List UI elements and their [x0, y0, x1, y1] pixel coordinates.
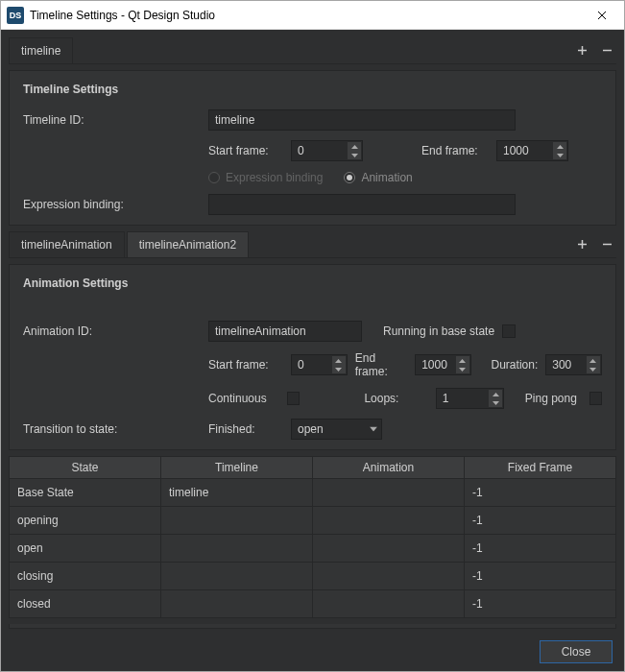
- running-base-state-label: Running in base state: [383, 324, 494, 338]
- animation-settings-section: Animation Settings Animation ID: Running…: [9, 264, 616, 450]
- spin-up-button[interactable]: [489, 390, 502, 398]
- spin-down-button[interactable]: [332, 365, 346, 373]
- table-cell-timeline[interactable]: [161, 563, 313, 589]
- timeline-remove-button[interactable]: [597, 41, 616, 60]
- expression-binding-radio-label: Expression binding: [226, 171, 323, 184]
- table-row[interactable]: open-1: [10, 534, 615, 562]
- close-button[interactable]: Close: [540, 640, 613, 663]
- animation-settings-heading: Animation Settings: [23, 276, 602, 290]
- duration-label: Duration:: [492, 358, 539, 372]
- spin-up-button[interactable]: [456, 356, 469, 365]
- table-row[interactable]: opening-1: [10, 506, 615, 534]
- binding-radio-group: Expression binding Animation: [208, 171, 428, 184]
- close-button-label: Close: [562, 645, 591, 659]
- table-footer-strip: [9, 624, 616, 629]
- table-cell-timeline[interactable]: [161, 535, 313, 562]
- dialog-window: DS Timeline Settings - Qt Design Studio …: [0, 0, 625, 672]
- chevron-down-icon: [370, 427, 377, 432]
- transition-to-state-label: Transition to state:: [23, 422, 201, 436]
- finished-label: Finished:: [208, 422, 283, 436]
- spin-down-button[interactable]: [456, 365, 469, 373]
- animation-tab-1[interactable]: timelineAnimation: [9, 231, 125, 257]
- timeline-tabbar: timeline: [9, 37, 616, 64]
- expression-binding-input[interactable]: [208, 194, 516, 215]
- table-cell-animation[interactable]: [313, 563, 465, 589]
- spin-down-button[interactable]: [553, 151, 566, 159]
- pingpong-label: Ping pong: [525, 392, 582, 405]
- table-cell-frame[interactable]: -1: [465, 590, 615, 617]
- table-cell-state[interactable]: Base State: [10, 479, 161, 506]
- loops-input[interactable]: [436, 388, 504, 409]
- anim-start-frame-input[interactable]: [291, 354, 348, 375]
- minus-icon: [602, 45, 613, 56]
- table-cell-state[interactable]: open: [10, 535, 161, 562]
- continuous-checkbox[interactable]: [287, 392, 300, 405]
- table-cell-timeline[interactable]: timeline: [161, 479, 313, 506]
- table-cell-frame[interactable]: -1: [465, 563, 615, 589]
- timeline-settings-section: Timeline Settings Timeline ID: Start fra…: [9, 70, 616, 226]
- plus-icon: [577, 239, 588, 250]
- spin-up-button[interactable]: [553, 142, 566, 151]
- animation-remove-button[interactable]: [597, 235, 616, 254]
- th-timeline: Timeline: [161, 457, 313, 478]
- table-cell-timeline[interactable]: [161, 507, 313, 534]
- expression-binding-label: Expression binding:: [23, 198, 201, 211]
- table-cell-frame[interactable]: -1: [465, 507, 615, 534]
- table-cell-timeline[interactable]: [161, 590, 313, 617]
- expression-binding-radio[interactable]: [208, 172, 220, 183]
- timeline-id-label: Timeline ID:: [23, 113, 201, 127]
- table-cell-animation[interactable]: [313, 479, 465, 506]
- app-logo: DS: [7, 7, 24, 24]
- plus-icon: [577, 45, 588, 56]
- table-cell-state[interactable]: opening: [10, 507, 161, 534]
- timeline-start-frame-input[interactable]: [291, 140, 363, 161]
- minus-icon: [602, 239, 613, 250]
- th-frame: Fixed Frame: [465, 457, 615, 478]
- animation-id-label: Animation ID:: [23, 324, 201, 338]
- duration-input[interactable]: [545, 354, 602, 375]
- spin-down-button[interactable]: [489, 398, 502, 407]
- pingpong-checkbox[interactable]: [589, 392, 602, 405]
- continuous-label: Continuous: [208, 392, 279, 405]
- th-animation: Animation: [313, 457, 465, 478]
- window-title: Timeline Settings - Qt Design Studio: [30, 9, 580, 22]
- table-row[interactable]: closed-1: [10, 589, 615, 617]
- close-icon: [597, 11, 607, 20]
- window-close-button[interactable]: [580, 1, 624, 30]
- animation-add-button[interactable]: [572, 235, 591, 254]
- spin-up-button[interactable]: [332, 356, 346, 365]
- timeline-add-button[interactable]: [572, 41, 591, 60]
- table-cell-state[interactable]: closing: [10, 563, 161, 589]
- th-state: State: [10, 457, 161, 478]
- finished-state-select[interactable]: open: [291, 419, 382, 440]
- animation-radio[interactable]: [344, 172, 355, 183]
- animation-tabbar: timelineAnimation timelineAnimation2: [9, 231, 616, 258]
- table-header-row: State Timeline Animation Fixed Frame: [10, 457, 615, 478]
- table-cell-state[interactable]: closed: [10, 590, 161, 617]
- table-cell-animation[interactable]: [313, 535, 465, 562]
- table-cell-frame[interactable]: -1: [465, 535, 615, 562]
- anim-end-frame-input[interactable]: [415, 354, 471, 375]
- timeline-end-frame-input[interactable]: [496, 140, 568, 161]
- running-base-state-checkbox[interactable]: [502, 324, 516, 338]
- spin-down-button[interactable]: [587, 365, 600, 373]
- dialog-body: timeline Timeline Settings Timeline ID: …: [1, 30, 624, 671]
- table-cell-animation[interactable]: [313, 507, 465, 534]
- table-cell-frame[interactable]: -1: [465, 479, 615, 506]
- animation-radio-label: Animation: [361, 171, 412, 184]
- loops-label: Loops:: [364, 392, 427, 405]
- spin-down-button[interactable]: [348, 151, 361, 159]
- timeline-id-input[interactable]: [208, 109, 516, 131]
- anim-end-frame-label: End frame:: [355, 351, 407, 378]
- titlebar: DS Timeline Settings - Qt Design Studio: [1, 1, 624, 30]
- table-cell-animation[interactable]: [313, 590, 465, 617]
- table-row[interactable]: Base Statetimeline-1: [10, 478, 615, 506]
- table-row[interactable]: closing-1: [10, 562, 615, 589]
- timeline-tab[interactable]: timeline: [9, 37, 73, 63]
- spin-up-button[interactable]: [587, 356, 600, 365]
- animation-id-input[interactable]: [208, 321, 362, 342]
- end-frame-label: End frame:: [421, 144, 489, 157]
- animation-tab-2[interactable]: timelineAnimation2: [127, 231, 249, 257]
- spin-up-button[interactable]: [348, 142, 361, 151]
- state-table: State Timeline Animation Fixed Frame Bas…: [9, 456, 616, 618]
